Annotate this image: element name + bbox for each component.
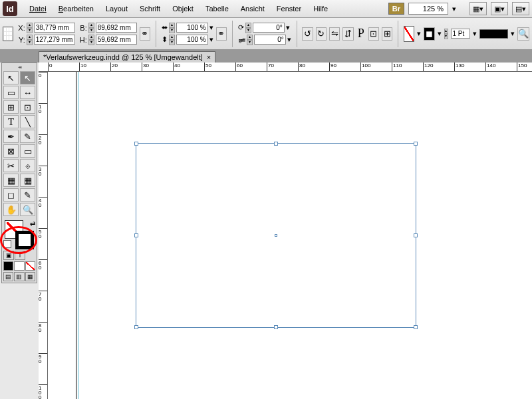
arrange-btn[interactable]: ▣▾	[491, 2, 508, 15]
direct-selection-tool[interactable]: ↖	[20, 71, 35, 84]
menu-tabelle[interactable]: Tabelle	[200, 3, 234, 15]
rot-dd[interactable]: ▾	[286, 23, 290, 32]
apply-gradient-icon[interactable]	[14, 261, 24, 271]
sy-spinner[interactable]: ▴▾	[169, 35, 175, 45]
shear-field[interactable]: 0°	[254, 35, 286, 45]
gradient-swatch-tool[interactable]: ▦	[3, 174, 19, 187]
vertical-ruler[interactable]: 0102030405060708090100	[39, 72, 48, 399]
apply-none-icon[interactable]	[25, 261, 35, 271]
note-tool[interactable]: ◻	[3, 188, 19, 201]
shear-spinner[interactable]: ▴▾	[247, 35, 253, 45]
scissors-tool[interactable]: ✂	[3, 159, 19, 172]
sw-dd[interactable]: ▾	[473, 29, 477, 38]
format-text-icon[interactable]: T	[15, 251, 25, 260]
stroke-style[interactable]	[479, 29, 508, 39]
handle-sw[interactable]	[134, 325, 138, 329]
rotate-ccw-icon[interactable]: ↺	[302, 27, 313, 41]
handle-se[interactable]	[414, 325, 418, 329]
fill-dd[interactable]: ▾	[417, 29, 421, 38]
stroke-proxy[interactable]	[15, 231, 34, 249]
eyedropper-tool[interactable]: ✎	[20, 188, 35, 201]
pen-tool[interactable]: ✒	[3, 130, 19, 143]
content-placer-tool[interactable]: ⊡	[20, 100, 35, 114]
zoom-dropdown-icon[interactable]: ▾	[452, 5, 456, 13]
free-transform-tool[interactable]: ⟐	[20, 159, 35, 172]
view-mode-normal-icon[interactable]: ▤	[3, 272, 13, 281]
y-spinner[interactable]: ▴▾	[27, 35, 33, 45]
type-tool[interactable]: T	[3, 115, 19, 128]
rectangle-tool[interactable]: ▭	[20, 144, 35, 158]
horizontal-ruler[interactable]: 0102030405060708090100110120130140150160	[39, 63, 532, 72]
screen-mode-btn[interactable]: ▦▾	[469, 2, 487, 15]
handle-nw[interactable]	[134, 142, 138, 146]
rotate-cw-icon[interactable]: ↻	[316, 27, 327, 41]
menu-objekt[interactable]: Objekt	[167, 3, 199, 15]
menu-datei[interactable]: Datei	[24, 3, 52, 15]
content-collector-tool[interactable]: ⊞	[3, 100, 19, 114]
line-tool[interactable]: ╲	[20, 115, 35, 128]
fill-swatch[interactable]	[404, 26, 414, 42]
center-point[interactable]	[275, 234, 277, 237]
scale-y-field[interactable]: 100 %	[176, 35, 208, 45]
select-container-icon[interactable]: ⊡	[368, 27, 379, 41]
h-field[interactable]: 59,692 mm	[96, 35, 137, 45]
constrain-wh-icon[interactable]: ⚭	[140, 27, 150, 41]
w-spinner[interactable]: ▴▾	[88, 23, 94, 33]
scale-x-field[interactable]: 100 %	[176, 23, 208, 33]
menu-fenster[interactable]: Fenster	[271, 3, 307, 15]
x-field[interactable]: 38,779 mm	[34, 23, 75, 33]
zoom-level-field[interactable]: 125 %	[408, 3, 448, 15]
pencil-tool[interactable]: ✎	[20, 130, 35, 143]
menu-hilfe[interactable]: Hilfe	[308, 3, 333, 15]
handle-ne[interactable]	[414, 142, 418, 146]
handle-w[interactable]	[134, 233, 138, 237]
selection-tool[interactable]: ↖	[3, 71, 19, 84]
zoom-tool[interactable]: 🔍	[20, 203, 35, 216]
view-mode-preview-icon[interactable]: ▥	[14, 272, 24, 281]
canvas[interactable]	[48, 72, 532, 399]
sx-dd[interactable]: ▾	[209, 23, 213, 32]
handle-s[interactable]	[274, 325, 278, 329]
gap-tool[interactable]: ↔	[20, 86, 35, 99]
rectangle-frame-tool[interactable]: ⊠	[3, 144, 19, 158]
panel-collapse-icon[interactable]	[3, 65, 35, 70]
menu-schrift[interactable]: Schrift	[134, 3, 166, 15]
stroke-weight-field[interactable]: 1 Pt	[451, 29, 470, 39]
view-mode-menu-icon[interactable]: ▦	[25, 272, 35, 281]
sx-spinner[interactable]: ▴▾	[169, 23, 175, 33]
menu-layout[interactable]: Layout	[100, 3, 133, 15]
hand-tool[interactable]: ✋	[3, 203, 19, 216]
fill-stroke-proxy[interactable]: ⇄	[3, 219, 37, 248]
w-field[interactable]: 89,692 mm	[96, 23, 137, 33]
menu-ansicht[interactable]: Ansicht	[235, 3, 270, 15]
default-fill-stroke-icon[interactable]	[3, 240, 11, 248]
apply-color-icon[interactable]	[3, 261, 13, 271]
workspace-btn[interactable]: ▤▾	[512, 2, 529, 15]
handle-e[interactable]	[414, 233, 418, 237]
x-spinner[interactable]: ▴▾	[27, 23, 33, 33]
stroke-dd[interactable]: ▾	[438, 29, 442, 38]
rot-spinner[interactable]: ▴▾	[245, 23, 251, 33]
guide-vertical[interactable]	[78, 72, 78, 399]
document-tab[interactable]: *Verlaufswerkzeug.indd @ 125 % [Umgewand…	[39, 51, 215, 63]
constrain-scale-icon[interactable]: ⚭	[216, 27, 227, 41]
page-tool[interactable]: ▭	[3, 86, 19, 99]
bridge-badge[interactable]: Br	[388, 3, 404, 15]
handle-n[interactable]	[274, 142, 278, 146]
stroke-spinner[interactable]: ▴▾	[444, 29, 448, 39]
selected-frame[interactable]	[136, 143, 416, 328]
shear-dd[interactable]: ▾	[287, 35, 291, 44]
reference-point[interactable]	[3, 27, 13, 41]
flip-h-icon[interactable]: ⇋	[329, 27, 340, 41]
quick-apply-icon[interactable]: 🔍	[517, 27, 529, 41]
select-content-icon[interactable]: ⊞	[382, 27, 392, 41]
y-field[interactable]: 127,279 mm	[34, 35, 75, 45]
char-panel-icon[interactable]: P	[358, 27, 364, 41]
gradient-feather-tool[interactable]: ▦	[20, 174, 35, 187]
format-container-icon[interactable]: ▣	[3, 251, 14, 260]
menu-bearbeiten[interactable]: Bearbeiten	[53, 3, 99, 15]
ss-dd[interactable]: ▾	[511, 29, 515, 38]
flip-v-icon[interactable]: ⇵	[342, 27, 353, 41]
stroke-swatch[interactable]: ◼	[424, 27, 434, 41]
sy-dd[interactable]: ▾	[209, 35, 213, 44]
